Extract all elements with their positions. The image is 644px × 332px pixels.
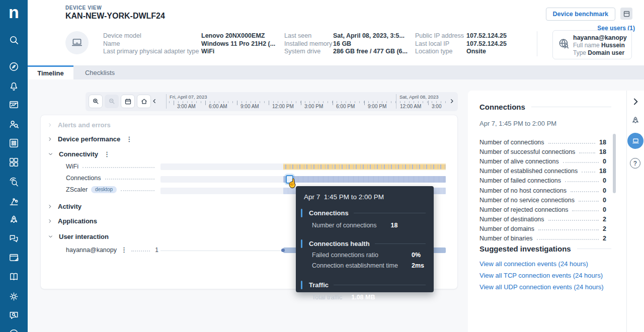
- kebab-menu-icon[interactable]: ⋮: [121, 247, 127, 253]
- kebab-menu-icon[interactable]: ⋮: [126, 137, 132, 142]
- dotted-leader: [537, 239, 599, 240]
- zoom-out-button[interactable]: [105, 95, 119, 108]
- tooltip-header: Apr 7 1:45 PM to 2:00 PM: [304, 193, 426, 201]
- row-label: ZScaler: [66, 186, 88, 193]
- tooltip-group-title: Connections health: [309, 240, 370, 247]
- axis-tick-label: 9:00 AM: [240, 104, 259, 109]
- connections-track[interactable]: [160, 176, 446, 183]
- device-benchmark-button[interactable]: Device benchmark: [546, 8, 615, 21]
- signal-search-icon[interactable]: [8, 176, 20, 188]
- tooltip-group-traffic: Traffic Total traffic 1.08 MB: [304, 281, 426, 301]
- help-icon[interactable]: ?: [630, 158, 640, 169]
- rocket-icon[interactable]: [630, 116, 640, 126]
- apps-grid-icon[interactable]: [8, 137, 20, 149]
- link-view-udp-connection-events[interactable]: View all UDP connection events (24 hours…: [479, 283, 604, 291]
- stat-value: 0: [603, 197, 606, 204]
- bell-icon[interactable]: [8, 80, 20, 92]
- timeline-tooltip: Apr 7 1:45 PM to 2:00 PM Connections Num…: [296, 186, 434, 292]
- row-label: Connections: [66, 175, 101, 182]
- rocket-icon[interactable]: [8, 214, 20, 226]
- chevron-right-icon: [48, 204, 52, 209]
- tooltip-group-connections: Connections Number of connections 18: [304, 209, 426, 229]
- section-device-performance[interactable]: Device performance ⋮: [48, 135, 132, 143]
- row-user-interaction: hayanna@kanopy ⋮ 1: [66, 246, 158, 254]
- row-connections: Connections: [66, 175, 158, 182]
- section-activity[interactable]: Activity: [48, 203, 82, 210]
- divider: [375, 243, 426, 244]
- axis-tick-label: 3:00 PM: [304, 104, 323, 109]
- connections-stats-list: Number of connections18 Number of succes…: [479, 137, 606, 243]
- book-icon[interactable]: [8, 271, 20, 283]
- tab-checklists[interactable]: Checklists: [73, 65, 126, 79]
- tick: [269, 101, 269, 105]
- zoom-in-button[interactable]: [89, 95, 103, 108]
- stat-value: 0: [603, 206, 606, 213]
- tooltip-metric-label: Total traffic: [312, 294, 342, 301]
- wifi-track[interactable]: [160, 163, 446, 170]
- monitor-chart-icon[interactable]: [8, 99, 20, 111]
- connections-side-panel: Connections Apr 7, 1:45 PM to 2:00 PM Nu…: [468, 91, 626, 332]
- chat-search-icon[interactable]: [8, 310, 20, 321]
- chat-bubbles-icon[interactable]: [8, 233, 20, 244]
- dotted-leader: [563, 162, 599, 163]
- axis-tick-label: 12:00 AM: [400, 104, 421, 109]
- section-label: User interaction: [59, 233, 109, 240]
- home-button[interactable]: [137, 95, 151, 108]
- compose-window-icon[interactable]: [8, 252, 20, 264]
- stat-value: 18: [599, 139, 606, 146]
- minor-ticks: [169, 101, 447, 103]
- user-search-icon[interactable]: [8, 118, 20, 130]
- tick: [237, 101, 237, 105]
- device-info-values-3: 107.52.124.25 107.52.124.25 Onsite: [466, 32, 507, 56]
- laptop-icon: [631, 137, 640, 145]
- chevron-right-icon[interactable]: [449, 97, 455, 105]
- tooltip-metric-value: 2ms: [412, 262, 426, 269]
- section-alerts-and-errors[interactable]: Alerts and errors: [48, 121, 111, 129]
- gear-icon[interactable]: [8, 291, 20, 302]
- axis-tick-label: 9:00 PM: [368, 104, 386, 109]
- nexthink-logo[interactable]: n: [0, 3, 28, 21]
- stat-label: Number of binaries: [479, 235, 533, 242]
- toggle-side-panel-button[interactable]: [620, 8, 632, 20]
- clipped-bottom-icon[interactable]: [8, 328, 20, 332]
- user-card[interactable]: hayanna@kanopy Full name Hussein Type Do…: [552, 30, 632, 59]
- wifi-activity-segment[interactable]: [283, 163, 446, 170]
- link-view-all-connection-events[interactable]: View all connection events (24 hours): [479, 260, 588, 268]
- row-wifi: WiFi: [66, 163, 158, 170]
- stat-label: Number of rejected connections: [479, 206, 568, 213]
- device-view-rail-button[interactable]: [627, 133, 643, 149]
- tick: [205, 101, 206, 105]
- user-activity-start-dot: [281, 248, 285, 252]
- search-icon[interactable]: [8, 34, 20, 46]
- accent-bar: [301, 281, 302, 289]
- tick: [333, 101, 333, 105]
- section-label: Activity: [58, 203, 82, 210]
- accent-bar: [301, 209, 302, 217]
- dotted-leader: [83, 167, 154, 168]
- tab-timeline[interactable]: Timeline: [28, 65, 73, 79]
- stat-row: Number of destinations2: [479, 215, 606, 224]
- dashboard-tiles-icon[interactable]: [8, 156, 20, 168]
- compass-icon[interactable]: [8, 61, 20, 72]
- stat-value: 18: [599, 148, 606, 155]
- day-divider: [166, 94, 167, 109]
- divider: [531, 107, 611, 107]
- dotted-leader: [579, 152, 595, 153]
- scrollbar-thumb[interactable]: [613, 134, 616, 193]
- section-user-interaction[interactable]: User interaction: [48, 233, 109, 240]
- section-applications[interactable]: Applications: [48, 217, 97, 225]
- device-info-values-2: Sat, April 08, 2023, 3:5... 16 GB 286 GB…: [333, 32, 408, 56]
- connections-activity-segment[interactable]: [283, 176, 446, 183]
- section-connectivity[interactable]: Connectivity ⋮: [48, 150, 110, 158]
- collapse-panel-chevron-icon[interactable]: [630, 97, 640, 107]
- section-label: Applications: [58, 217, 97, 225]
- automation-arm-icon[interactable]: [8, 195, 20, 207]
- link-view-tcp-connection-events[interactable]: View all TCP connection events (24 hours…: [479, 272, 603, 279]
- axis-tick-label: 6:00 PM: [336, 104, 355, 109]
- laptop-icon: [70, 36, 84, 49]
- axis-tick-label: 12:00 PM: [272, 104, 294, 109]
- kebab-menu-icon[interactable]: ⋮: [104, 152, 110, 157]
- calendar-button[interactable]: [121, 95, 135, 108]
- device-info-labels-2: Last seen Installed memory System drive: [284, 32, 332, 56]
- chevron-left-icon[interactable]: [151, 97, 157, 105]
